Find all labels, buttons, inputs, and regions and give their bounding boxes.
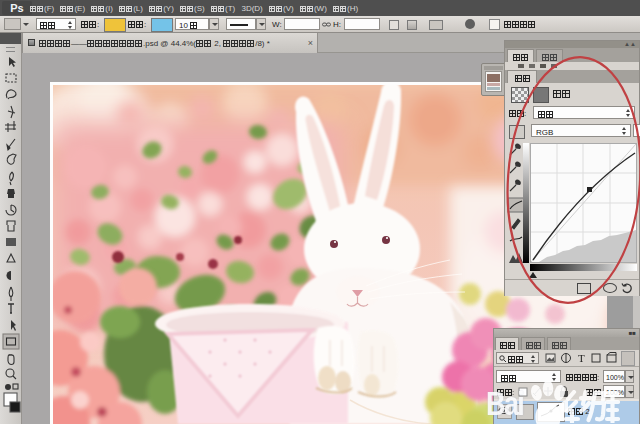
svg-text:T: T	[578, 352, 585, 364]
